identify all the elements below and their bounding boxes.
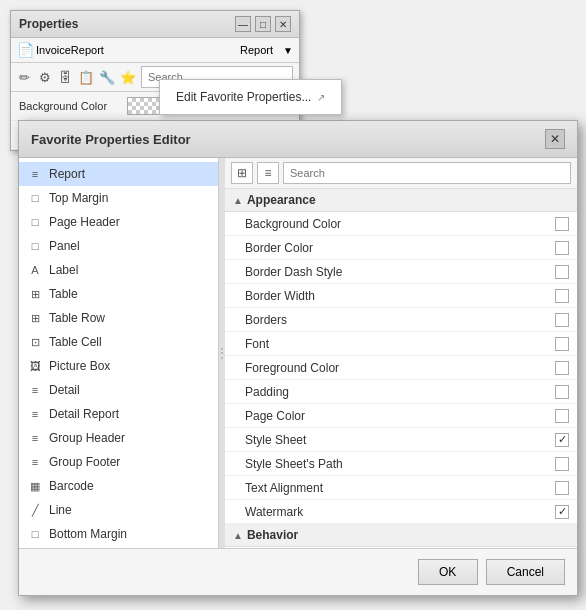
edit-favorite-label: Edit Favorite Properties... [176, 90, 311, 104]
tree-label: Panel [49, 239, 80, 253]
tree-label: Detail [49, 383, 80, 397]
gear-icon[interactable]: ⚙ [37, 67, 52, 87]
props-search-input[interactable] [283, 162, 571, 184]
prop-checkbox[interactable] [555, 217, 569, 231]
prop-checkbox[interactable] [555, 313, 569, 327]
tree-item-detail-report[interactable]: ≡Detail Report [19, 402, 218, 426]
props-panel: ⊞ ≡ ▲AppearanceBackground ColorBorder Co… [225, 158, 577, 548]
table-icon: ⊞ [27, 286, 43, 302]
dialog-close-button[interactable]: ✕ [545, 129, 565, 149]
properties-panel-title: Properties [19, 17, 78, 31]
prop-name-label: Style Sheet [233, 433, 555, 447]
tree-item-table-row[interactable]: ⊞Table Row [19, 306, 218, 330]
detailreport-icon: ≡ [27, 406, 43, 422]
report-type-label: Report [240, 44, 273, 56]
edit-favorite-popup: Edit Favorite Properties... ↗ [159, 79, 342, 115]
report-dropdown[interactable]: 📄 InvoiceReport Report ▼ [17, 42, 293, 58]
edit-icon[interactable]: ✏ [17, 67, 32, 87]
invoice-report-label: InvoiceReport [36, 44, 230, 56]
prop-checkbox[interactable] [555, 457, 569, 471]
properties-titlebar: Properties — □ ✕ [11, 11, 299, 38]
tree-item-barcode[interactable]: ▦Barcode [19, 474, 218, 498]
ok-button[interactable]: OK [418, 559, 478, 585]
section-behavior[interactable]: ▲Behavior [225, 524, 577, 547]
cursor-icon: ↗ [317, 92, 325, 103]
section-label: Behavior [247, 528, 298, 542]
prop-item: Style Sheet's Path [225, 452, 577, 476]
tree-item-page-header[interactable]: □Page Header [19, 210, 218, 234]
prop-item: Font [225, 332, 577, 356]
props-list: ▲AppearanceBackground ColorBorder ColorB… [225, 189, 577, 548]
tree-item-table-cell[interactable]: ⊡Table Cell [19, 330, 218, 354]
prop-checkbox[interactable]: ✓ [555, 433, 569, 447]
header-icon: □ [27, 214, 43, 230]
margin-icon: □ [27, 190, 43, 206]
prop-checkbox[interactable] [555, 265, 569, 279]
tree-item-top-margin[interactable]: □Top Margin [19, 186, 218, 210]
tree-item-picture-box[interactable]: 🖼Picture Box [19, 354, 218, 378]
prop-name-label: Border Width [233, 289, 555, 303]
prop-checkbox[interactable] [555, 241, 569, 255]
dialog-titlebar: Favorite Properties Editor ✕ [19, 121, 577, 158]
background-color-label: Background Color [19, 100, 119, 112]
props-toolbar: ⊞ ≡ [225, 158, 577, 189]
tree-label: Label [49, 263, 78, 277]
section-appearance[interactable]: ▲Appearance [225, 189, 577, 212]
prop-item: Borders [225, 308, 577, 332]
restore-button[interactable]: □ [255, 16, 271, 32]
prop-name-label: Font [233, 337, 555, 351]
tree-label: Detail Report [49, 407, 119, 421]
prop-checkbox[interactable]: ✓ [555, 505, 569, 519]
tree-item-detail[interactable]: ≡Detail [19, 378, 218, 402]
close-button[interactable]: ✕ [275, 16, 291, 32]
prop-checkbox[interactable] [555, 361, 569, 375]
database-icon[interactable]: 🗄 [58, 67, 73, 87]
tree-item-table[interactable]: ⊞Table [19, 282, 218, 306]
tablecell-icon: ⊡ [27, 334, 43, 350]
tree-item-group-footer[interactable]: ≡Group Footer [19, 450, 218, 474]
prop-name-label: Borders [233, 313, 555, 327]
tree-item-group-header[interactable]: ≡Group Header [19, 426, 218, 450]
star-icon[interactable]: ⭐ [120, 67, 136, 87]
prop-item: Text Alignment [225, 476, 577, 500]
dialog-title: Favorite Properties Editor [31, 132, 191, 147]
dropdown-arrow-icon: ▼ [283, 45, 293, 56]
minimize-button[interactable]: — [235, 16, 251, 32]
wrench-icon[interactable]: 🔧 [99, 67, 115, 87]
grid-view-button[interactable]: ⊞ [231, 162, 253, 184]
copy-icon[interactable]: 📋 [78, 67, 94, 87]
cancel-button[interactable]: Cancel [486, 559, 565, 585]
prop-name-label: Border Color [233, 241, 555, 255]
tree-panel: ≡Report□Top Margin□Page Header□PanelALab… [19, 158, 219, 548]
tablerow-icon: ⊞ [27, 310, 43, 326]
tree-item-report[interactable]: ≡Report [19, 162, 218, 186]
tree-item-panel[interactable]: □Panel [19, 234, 218, 258]
tree-label: Page Header [49, 215, 120, 229]
prop-checkbox[interactable] [555, 289, 569, 303]
tree-label: Table Cell [49, 335, 102, 349]
titlebar-controls: — □ ✕ [235, 16, 291, 32]
prop-name-label: Page Color [233, 409, 555, 423]
prop-item: Padding [225, 380, 577, 404]
prop-checkbox[interactable] [555, 409, 569, 423]
prop-checkbox[interactable] [555, 385, 569, 399]
tree-label: Top Margin [49, 191, 108, 205]
tree-item-label[interactable]: ALabel [19, 258, 218, 282]
prop-checkbox[interactable] [555, 481, 569, 495]
prop-checkbox[interactable] [555, 337, 569, 351]
section-label: Appearance [247, 193, 316, 207]
tree-label: Picture Box [49, 359, 110, 373]
tree-item-bottom-margin[interactable]: □Bottom Margin [19, 522, 218, 546]
edit-favorite-item[interactable]: Edit Favorite Properties... ↗ [160, 84, 341, 110]
detail-icon: ≡ [27, 382, 43, 398]
list-view-button[interactable]: ≡ [257, 162, 279, 184]
prop-item: Border Dash Style [225, 260, 577, 284]
prop-name-label: Foreground Color [233, 361, 555, 375]
prop-name-label: Border Dash Style [233, 265, 555, 279]
tree-item-line[interactable]: ╱Line [19, 498, 218, 522]
prop-name-label: Watermark [233, 505, 555, 519]
dialog-body: ≡Report□Top Margin□Page Header□PanelALab… [19, 158, 577, 548]
section-arrow-icon: ▲ [233, 195, 243, 206]
prop-item: Watermark✓ [225, 500, 577, 524]
prop-name-label: Padding [233, 385, 555, 399]
